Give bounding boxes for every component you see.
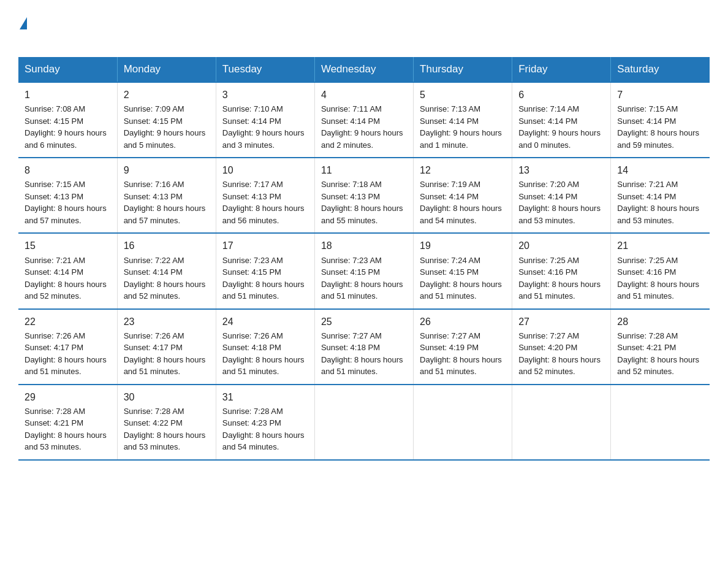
day-info: Sunrise: 7:22 AMSunset: 4:14 PMDaylight:… bbox=[124, 255, 210, 302]
day-info: Sunrise: 7:21 AMSunset: 4:14 PMDaylight:… bbox=[617, 178, 703, 226]
calendar-cell: 6Sunrise: 7:14 AMSunset: 4:14 PMDaylight… bbox=[512, 82, 611, 158]
header-monday: Monday bbox=[117, 57, 216, 82]
day-info: Sunrise: 7:23 AMSunset: 4:15 PMDaylight:… bbox=[321, 255, 407, 302]
day-number: 12 bbox=[420, 163, 506, 177]
day-number: 9 bbox=[124, 163, 210, 177]
page-header bbox=[18, 12, 710, 47]
calendar-cell: 22Sunrise: 7:26 AMSunset: 4:17 PMDayligh… bbox=[18, 309, 117, 385]
calendar-cell: 24Sunrise: 7:26 AMSunset: 4:18 PMDayligh… bbox=[216, 309, 314, 385]
calendar-cell bbox=[414, 385, 512, 460]
day-number: 10 bbox=[222, 163, 308, 177]
day-number: 17 bbox=[222, 239, 308, 253]
day-info: Sunrise: 7:21 AMSunset: 4:14 PMDaylight:… bbox=[25, 255, 111, 302]
calendar-cell: 23Sunrise: 7:26 AMSunset: 4:17 PMDayligh… bbox=[117, 309, 216, 385]
day-info: Sunrise: 7:28 AMSunset: 4:21 PMDaylight:… bbox=[617, 330, 703, 378]
day-info: Sunrise: 7:24 AMSunset: 4:15 PMDaylight:… bbox=[420, 255, 506, 302]
day-info: Sunrise: 7:27 AMSunset: 4:18 PMDaylight:… bbox=[321, 330, 407, 378]
day-number: 30 bbox=[124, 390, 210, 404]
day-info: Sunrise: 7:10 AMSunset: 4:14 PMDaylight:… bbox=[222, 103, 308, 151]
day-info: Sunrise: 7:20 AMSunset: 4:14 PMDaylight:… bbox=[518, 178, 604, 226]
day-number: 25 bbox=[321, 315, 407, 329]
day-number: 23 bbox=[124, 315, 210, 329]
day-info: Sunrise: 7:16 AMSunset: 4:13 PMDaylight:… bbox=[124, 178, 210, 226]
calendar-cell: 7Sunrise: 7:15 AMSunset: 4:14 PMDaylight… bbox=[611, 82, 710, 158]
header-thursday: Thursday bbox=[414, 57, 512, 82]
calendar-cell: 1Sunrise: 7:08 AMSunset: 4:15 PMDaylight… bbox=[18, 82, 117, 158]
day-number: 29 bbox=[25, 390, 111, 404]
day-number: 20 bbox=[518, 239, 604, 253]
calendar-cell: 15Sunrise: 7:21 AMSunset: 4:14 PMDayligh… bbox=[18, 233, 117, 308]
calendar-cell: 2Sunrise: 7:09 AMSunset: 4:15 PMDaylight… bbox=[117, 82, 216, 158]
day-number: 16 bbox=[124, 239, 210, 253]
calendar-week-2: 8Sunrise: 7:15 AMSunset: 4:13 PMDaylight… bbox=[18, 158, 710, 233]
calendar-cell bbox=[314, 385, 413, 460]
calendar-cell: 28Sunrise: 7:28 AMSunset: 4:21 PMDayligh… bbox=[611, 309, 710, 385]
calendar-cell: 25Sunrise: 7:27 AMSunset: 4:18 PMDayligh… bbox=[314, 309, 413, 385]
day-number: 11 bbox=[321, 163, 407, 177]
calendar-cell: 27Sunrise: 7:27 AMSunset: 4:20 PMDayligh… bbox=[512, 309, 611, 385]
day-number: 3 bbox=[222, 88, 308, 102]
calendar-cell: 10Sunrise: 7:17 AMSunset: 4:13 PMDayligh… bbox=[216, 158, 314, 233]
day-number: 15 bbox=[25, 239, 111, 253]
calendar-table: SundayMondayTuesdayWednesdayThursdayFrid… bbox=[18, 57, 710, 461]
day-info: Sunrise: 7:26 AMSunset: 4:17 PMDaylight:… bbox=[25, 330, 111, 378]
calendar-cell: 3Sunrise: 7:10 AMSunset: 4:14 PMDaylight… bbox=[216, 82, 314, 158]
calendar-cell: 8Sunrise: 7:15 AMSunset: 4:13 PMDaylight… bbox=[18, 158, 117, 233]
calendar-cell: 21Sunrise: 7:25 AMSunset: 4:16 PMDayligh… bbox=[611, 233, 710, 308]
header-sunday: Sunday bbox=[18, 57, 117, 82]
day-info: Sunrise: 7:28 AMSunset: 4:23 PMDaylight:… bbox=[222, 405, 308, 453]
day-info: Sunrise: 7:11 AMSunset: 4:14 PMDaylight:… bbox=[321, 103, 407, 151]
calendar-cell: 18Sunrise: 7:23 AMSunset: 4:15 PMDayligh… bbox=[314, 233, 413, 308]
calendar-cell: 30Sunrise: 7:28 AMSunset: 4:22 PMDayligh… bbox=[117, 385, 216, 460]
header-saturday: Saturday bbox=[611, 57, 710, 82]
calendar-cell: 9Sunrise: 7:16 AMSunset: 4:13 PMDaylight… bbox=[117, 158, 216, 233]
day-info: Sunrise: 7:27 AMSunset: 4:20 PMDaylight:… bbox=[518, 330, 604, 378]
day-info: Sunrise: 7:18 AMSunset: 4:13 PMDaylight:… bbox=[321, 178, 407, 226]
calendar-cell: 16Sunrise: 7:22 AMSunset: 4:14 PMDayligh… bbox=[117, 233, 216, 308]
day-info: Sunrise: 7:15 AMSunset: 4:13 PMDaylight:… bbox=[25, 178, 111, 226]
day-number: 2 bbox=[124, 88, 210, 102]
calendar-week-4: 22Sunrise: 7:26 AMSunset: 4:17 PMDayligh… bbox=[18, 309, 710, 385]
day-info: Sunrise: 7:28 AMSunset: 4:21 PMDaylight:… bbox=[25, 405, 111, 453]
calendar-cell: 14Sunrise: 7:21 AMSunset: 4:14 PMDayligh… bbox=[611, 158, 710, 233]
day-number: 19 bbox=[420, 239, 506, 253]
calendar-week-5: 29Sunrise: 7:28 AMSunset: 4:21 PMDayligh… bbox=[18, 385, 710, 460]
day-number: 6 bbox=[518, 88, 604, 102]
day-info: Sunrise: 7:26 AMSunset: 4:18 PMDaylight:… bbox=[222, 330, 308, 378]
calendar-cell: 31Sunrise: 7:28 AMSunset: 4:23 PMDayligh… bbox=[216, 385, 314, 460]
day-number: 24 bbox=[222, 315, 308, 329]
day-info: Sunrise: 7:25 AMSunset: 4:16 PMDaylight:… bbox=[617, 255, 703, 302]
day-info: Sunrise: 7:09 AMSunset: 4:15 PMDaylight:… bbox=[124, 103, 210, 151]
calendar-cell: 5Sunrise: 7:13 AMSunset: 4:14 PMDaylight… bbox=[414, 82, 512, 158]
day-number: 13 bbox=[518, 163, 604, 177]
calendar-cell: 20Sunrise: 7:25 AMSunset: 4:16 PMDayligh… bbox=[512, 233, 611, 308]
day-info: Sunrise: 7:13 AMSunset: 4:14 PMDaylight:… bbox=[420, 103, 506, 151]
day-number: 28 bbox=[617, 315, 703, 329]
header-wednesday: Wednesday bbox=[314, 57, 413, 82]
day-number: 4 bbox=[321, 88, 407, 102]
day-info: Sunrise: 7:08 AMSunset: 4:15 PMDaylight:… bbox=[25, 103, 111, 151]
day-info: Sunrise: 7:19 AMSunset: 4:14 PMDaylight:… bbox=[420, 178, 506, 226]
day-number: 5 bbox=[420, 88, 506, 102]
day-number: 7 bbox=[617, 88, 703, 102]
calendar-header-row: SundayMondayTuesdayWednesdayThursdayFrid… bbox=[18, 57, 710, 82]
calendar-cell: 19Sunrise: 7:24 AMSunset: 4:15 PMDayligh… bbox=[414, 233, 512, 308]
calendar-cell: 12Sunrise: 7:19 AMSunset: 4:14 PMDayligh… bbox=[414, 158, 512, 233]
logo bbox=[18, 17, 40, 47]
day-info: Sunrise: 7:23 AMSunset: 4:15 PMDaylight:… bbox=[222, 255, 308, 302]
day-number: 31 bbox=[222, 390, 308, 404]
calendar-cell bbox=[611, 385, 710, 460]
day-number: 18 bbox=[321, 239, 407, 253]
calendar-cell: 26Sunrise: 7:27 AMSunset: 4:19 PMDayligh… bbox=[414, 309, 512, 385]
header-tuesday: Tuesday bbox=[216, 57, 314, 82]
day-info: Sunrise: 7:28 AMSunset: 4:22 PMDaylight:… bbox=[124, 405, 210, 453]
day-info: Sunrise: 7:25 AMSunset: 4:16 PMDaylight:… bbox=[518, 255, 604, 302]
calendar-cell: 4Sunrise: 7:11 AMSunset: 4:14 PMDaylight… bbox=[314, 82, 413, 158]
calendar-week-3: 15Sunrise: 7:21 AMSunset: 4:14 PMDayligh… bbox=[18, 233, 710, 308]
day-number: 27 bbox=[518, 315, 604, 329]
day-number: 8 bbox=[25, 163, 111, 177]
day-number: 22 bbox=[25, 315, 111, 329]
day-info: Sunrise: 7:27 AMSunset: 4:19 PMDaylight:… bbox=[420, 330, 506, 378]
logo-triangle-icon bbox=[20, 17, 27, 29]
day-number: 21 bbox=[617, 239, 703, 253]
